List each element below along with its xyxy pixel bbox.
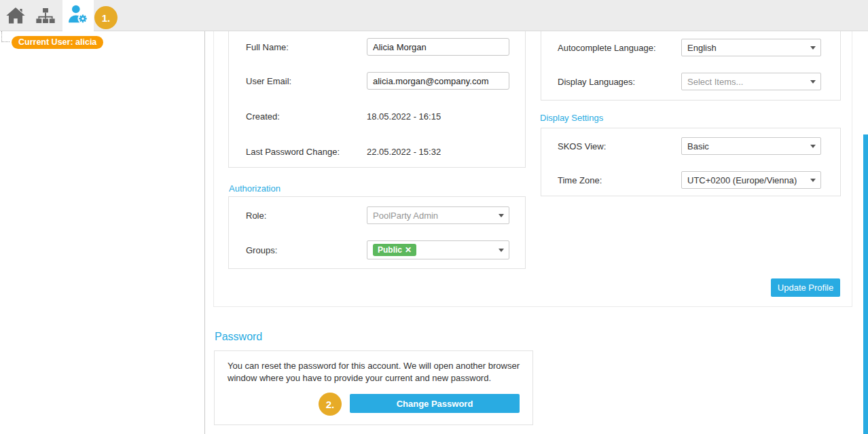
created-value: 18.05.2022 - 16:15	[367, 111, 441, 122]
annotation-step-2: 2.	[319, 393, 342, 416]
password-heading: Password	[215, 331, 262, 343]
user-email-input[interactable]	[367, 72, 509, 90]
display-languages-placeholder: Select Items...	[687, 77, 743, 87]
user-settings-icon	[68, 5, 88, 26]
home-icon	[6, 7, 25, 24]
update-profile-button[interactable]: Update Profile	[771, 278, 840, 297]
user-info-box	[228, 14, 526, 168]
time-zone-dropdown[interactable]: UTC+0200 (Europe/Vienna)	[681, 171, 821, 189]
skos-view-label: SKOS View:	[558, 141, 606, 151]
role-dropdown[interactable]: PoolParty Admin	[367, 206, 509, 224]
home-button[interactable]	[6, 7, 25, 24]
full-name-label: Full Name:	[246, 42, 289, 52]
poolparty-user-settings-screen: Current User: alicia Full Name: User Ema…	[0, 0, 868, 434]
autocomplete-language-value: English	[687, 43, 717, 53]
tree-connector	[1, 31, 10, 42]
time-zone-label: Time Zone:	[558, 175, 602, 185]
dropdown-caret-icon	[810, 145, 816, 148]
display-languages-dropdown[interactable]: Select Items...	[681, 73, 821, 90]
skos-view-dropdown[interactable]: Basic	[681, 137, 821, 155]
dropdown-caret-icon	[810, 179, 816, 182]
dropdown-caret-icon	[810, 80, 816, 84]
role-label: Role:	[246, 211, 266, 221]
last-password-change-label: Last Password Change:	[246, 147, 340, 157]
user-tree-panel: Current User: alicia	[0, 31, 205, 434]
created-label: Created:	[246, 111, 280, 122]
authorization-heading: Authorization	[229, 183, 281, 194]
display-languages-label: Display Languages:	[558, 77, 635, 87]
skos-view-value: Basic	[687, 141, 709, 151]
last-password-change-value: 22.05.2022 - 15:32	[367, 147, 441, 157]
groups-label: Groups:	[246, 245, 277, 255]
toolbar: 1.	[0, 0, 868, 31]
current-user-badge[interactable]: Current User: alicia	[12, 36, 103, 49]
groups-dropdown[interactable]: Public ✕	[367, 240, 509, 259]
time-zone-value: UTC+0200 (Europe/Vienna)	[687, 175, 797, 185]
sitemap-button[interactable]	[36, 8, 55, 23]
autocomplete-language-dropdown[interactable]: English	[681, 39, 821, 56]
dropdown-caret-icon	[499, 214, 504, 217]
annotation-step-1: 1.	[94, 6, 117, 29]
sitemap-icon	[36, 8, 55, 23]
change-password-button[interactable]: Change Password	[350, 394, 520, 413]
user-email-label: User Email:	[246, 76, 291, 86]
user-settings-tab[interactable]	[62, 0, 94, 31]
full-name-input[interactable]	[367, 38, 509, 56]
vertical-scrollbar-thumb[interactable]	[863, 134, 868, 434]
remove-group-icon[interactable]: ✕	[405, 246, 412, 254]
group-tag-label: Public	[378, 246, 402, 254]
dropdown-caret-icon	[810, 46, 816, 50]
dropdown-caret-icon	[499, 249, 504, 252]
group-tag-public: Public ✕	[373, 244, 416, 256]
display-settings-heading: Display Settings	[540, 113, 603, 123]
autocomplete-language-label: Autocomplete Language:	[558, 43, 656, 53]
role-selected-value: PoolParty Admin	[373, 211, 438, 221]
password-description: You can reset the password for this acco…	[228, 360, 528, 384]
